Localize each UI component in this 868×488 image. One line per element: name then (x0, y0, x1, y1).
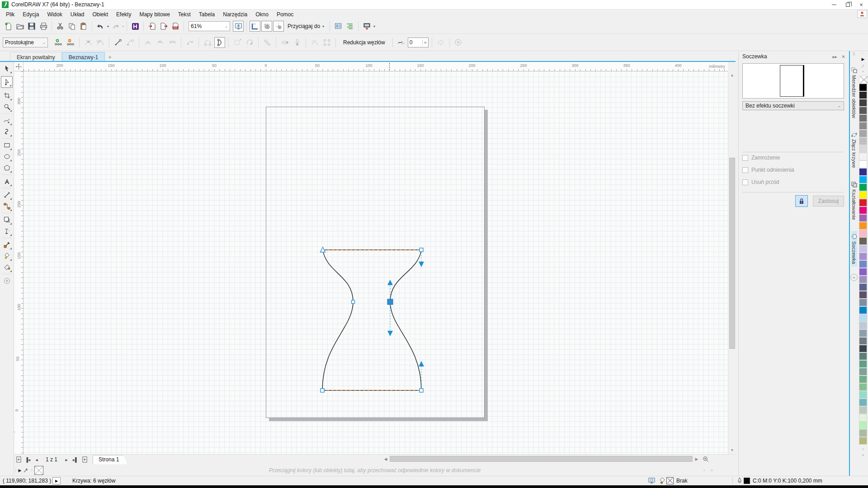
menu-item[interactable]: Widok (43, 10, 66, 19)
more-tools-button[interactable] (1, 275, 13, 286)
color-swatch[interactable] (859, 314, 867, 322)
reflect-nodes-horizontal-button[interactable] (279, 37, 290, 48)
vertical-scrollbar[interactable]: ▲ ▼ (728, 71, 736, 454)
paste-button[interactable] (78, 21, 89, 32)
zoom-tool-shortcut-button[interactable] (702, 455, 710, 463)
color-swatch[interactable] (859, 437, 867, 445)
color-swatch[interactable] (859, 130, 867, 137)
menu-item[interactable]: Plik (2, 10, 19, 19)
color-swatch[interactable] (859, 322, 867, 329)
show-rulers-toggle[interactable] (250, 21, 260, 32)
lens-effect-select[interactable]: Bez efektu soczewki ⌄ (742, 101, 844, 110)
color-swatch[interactable] (859, 153, 867, 160)
scroll-up-arrow[interactable]: ▲ (728, 71, 736, 79)
curve-smoothness-spinner[interactable]: 0 ÷ (408, 38, 429, 47)
break-curve-button[interactable] (95, 37, 106, 48)
add-node-button[interactable] (53, 37, 64, 48)
add-page-after-button[interactable] (80, 455, 89, 464)
publish-pdf-button[interactable]: PDF (170, 21, 181, 32)
outline-color-swatch[interactable] (744, 478, 750, 484)
color-swatch[interactable] (859, 429, 867, 437)
reduce-nodes-button[interactable]: Redukcja węzłów (339, 37, 389, 48)
close-curve-button[interactable] (214, 37, 225, 48)
node[interactable] (420, 389, 423, 392)
color-swatch[interactable] (859, 368, 867, 375)
smooth-node-button[interactable] (155, 37, 165, 48)
color-swatch[interactable] (859, 360, 867, 368)
document-palette-no-color-swatch[interactable] (34, 466, 43, 475)
ellipse-tool[interactable] (1, 151, 13, 162)
color-swatch[interactable] (859, 214, 867, 222)
palette-scroll-down[interactable]: ⌄ (861, 445, 865, 451)
color-swatch[interactable] (859, 191, 867, 199)
color-swatch[interactable] (859, 299, 867, 306)
scroll-right-arrow[interactable]: ▶ (693, 457, 700, 461)
color-swatch[interactable] (859, 345, 867, 352)
rotate-skew-nodes-button[interactable] (244, 37, 255, 48)
add-docker-button[interactable]: + (850, 274, 858, 281)
palette-scroll-left[interactable]: ‹ (31, 468, 32, 473)
color-swatch[interactable] (859, 260, 867, 268)
color-swatch[interactable] (859, 337, 867, 345)
join-nodes-button[interactable] (83, 37, 94, 48)
menu-item[interactable]: Obiekt (88, 10, 112, 19)
export-button[interactable] (158, 21, 169, 32)
curve-left-side[interactable] (322, 250, 353, 390)
node[interactable] (352, 300, 355, 304)
new-document-button[interactable] (3, 21, 14, 32)
horizontal-scrollbar[interactable]: ◀ ▶ (382, 455, 700, 463)
palette-scroll-up[interactable]: ⌃ (861, 69, 865, 76)
scroll-left-arrow[interactable]: ◀ (382, 457, 389, 461)
show-grid-toggle[interactable] (261, 21, 272, 32)
color-swatch[interactable] (859, 306, 867, 314)
color-swatch[interactable] (859, 399, 867, 406)
fill-tool[interactable] (1, 250, 13, 262)
handle-arrow-down[interactable] (387, 331, 393, 336)
reverse-direction-button[interactable] (184, 37, 195, 48)
snap-to-dropdown[interactable]: Przyciągaj do▾ (285, 23, 327, 29)
restore-button[interactable] (841, 0, 854, 9)
palette-grip[interactable]: ⁞ (15, 468, 17, 473)
palette-flyout-arrow[interactable]: ▶ (862, 56, 865, 62)
print-button[interactable] (38, 21, 49, 32)
color-swatch[interactable] (859, 391, 867, 399)
convert-to-line-button[interactable] (113, 37, 123, 48)
cusp-node-button[interactable] (142, 37, 153, 48)
menu-item[interactable]: Tabela (195, 10, 219, 19)
text-tool[interactable] (1, 176, 13, 187)
color-swatch[interactable] (859, 383, 867, 391)
close-button[interactable]: × (854, 0, 868, 9)
redo-button[interactable] (110, 21, 121, 32)
curve-right-side[interactable] (390, 250, 421, 390)
node[interactable] (420, 248, 423, 252)
color-swatch[interactable] (859, 206, 867, 214)
last-page-button[interactable]: ▸▌ (71, 455, 80, 464)
node[interactable] (321, 389, 324, 392)
color-swatch[interactable] (859, 237, 867, 245)
reflect-nodes-vertical-button[interactable] (292, 37, 302, 48)
undo-dropdown-caret[interactable]: ▾ (107, 24, 109, 28)
color-swatch[interactable] (859, 230, 867, 237)
coordinates-flyout-button[interactable]: ▶ (52, 477, 61, 484)
curve-object[interactable] (24, 71, 728, 454)
application-launcher-button[interactable] (361, 21, 372, 32)
color-swatch[interactable] (859, 99, 867, 107)
full-screen-preview-button[interactable] (233, 21, 244, 32)
color-swatch[interactable] (859, 268, 867, 276)
color-swatch[interactable] (859, 122, 867, 130)
color-swatch[interactable] (859, 91, 867, 99)
drop-shadow-tool[interactable] (1, 214, 13, 225)
color-swatch[interactable] (859, 183, 867, 191)
rectangle-tool[interactable] (1, 140, 13, 151)
scroll-down-arrow[interactable]: ▼ (728, 446, 736, 454)
color-swatch[interactable] (859, 114, 867, 122)
color-swatch[interactable] (859, 291, 867, 299)
apply-button[interactable]: Zastosuj (813, 196, 844, 206)
color-swatch[interactable] (859, 422, 867, 429)
zoom-tool[interactable] (1, 101, 13, 113)
checkbox-box[interactable] (742, 167, 748, 173)
color-swatch[interactable] (859, 406, 867, 414)
drawing-canvas[interactable] (24, 71, 728, 454)
palette-scroll-right[interactable]: › (703, 468, 705, 473)
palette-grip[interactable]: ⋯ (861, 51, 865, 56)
